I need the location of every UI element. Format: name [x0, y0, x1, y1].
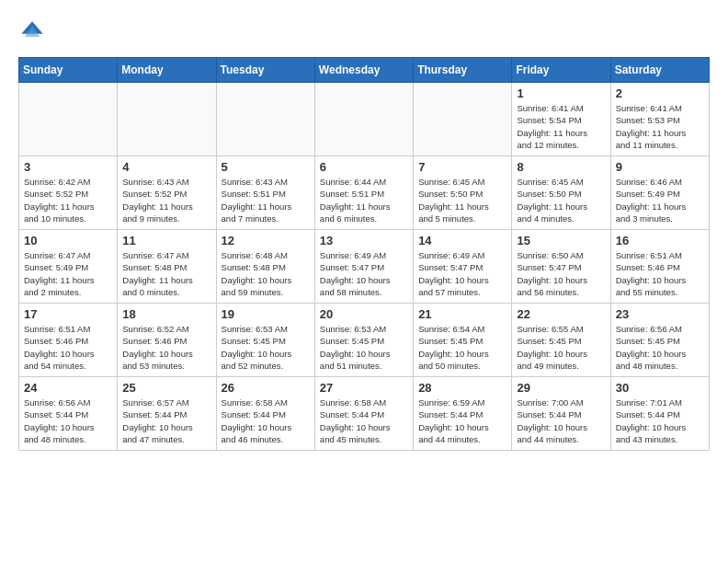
calendar-day-cell: 2Sunrise: 6:41 AM Sunset: 5:53 PM Daylig…	[610, 83, 709, 156]
calendar-day-cell: 16Sunrise: 6:51 AM Sunset: 5:46 PM Dayli…	[610, 230, 709, 304]
day-info: Sunrise: 6:53 AM Sunset: 5:45 PM Dayligh…	[222, 323, 310, 372]
weekday-header: Saturday	[610, 58, 709, 83]
day-info: Sunrise: 6:44 AM Sunset: 5:51 PM Dayligh…	[320, 176, 408, 224]
calendar-day-cell: 25Sunrise: 6:57 AM Sunset: 5:44 PM Dayli…	[118, 377, 216, 451]
day-info: Sunrise: 6:47 AM Sunset: 5:49 PM Dayligh…	[24, 249, 112, 298]
calendar-day-cell	[216, 83, 314, 156]
header	[18, 18, 710, 46]
day-number: 12	[222, 234, 310, 247]
day-number: 8	[517, 160, 605, 174]
weekday-header: Friday	[512, 58, 610, 83]
day-number: 4	[122, 160, 210, 174]
day-number: 1	[517, 86, 605, 100]
day-number: 28	[418, 381, 506, 395]
calendar-day-cell: 4Sunrise: 6:43 AM Sunset: 5:52 PM Daylig…	[118, 156, 216, 230]
day-info: Sunrise: 6:43 AM Sunset: 5:52 PM Dayligh…	[122, 176, 210, 224]
day-number: 18	[122, 307, 210, 321]
page: SundayMondayTuesdayWednesdayThursdayFrid…	[0, 0, 728, 460]
day-info: Sunrise: 6:47 AM Sunset: 5:48 PM Dayligh…	[122, 249, 210, 298]
calendar-day-cell: 30Sunrise: 7:01 AM Sunset: 5:44 PM Dayli…	[610, 377, 709, 451]
day-info: Sunrise: 6:49 AM Sunset: 5:47 PM Dayligh…	[320, 249, 408, 298]
day-number: 5	[222, 160, 310, 174]
day-info: Sunrise: 6:45 AM Sunset: 5:50 PM Dayligh…	[517, 176, 605, 224]
calendar-day-cell	[414, 83, 512, 156]
day-info: Sunrise: 6:50 AM Sunset: 5:47 PM Dayligh…	[517, 249, 605, 298]
day-info: Sunrise: 6:41 AM Sunset: 5:53 PM Dayligh…	[616, 102, 704, 151]
calendar-day-cell	[19, 83, 118, 156]
day-info: Sunrise: 6:45 AM Sunset: 5:50 PM Dayligh…	[418, 176, 506, 224]
calendar-day-cell: 23Sunrise: 6:56 AM Sunset: 5:45 PM Dayli…	[610, 304, 709, 377]
calendar-day-cell: 26Sunrise: 6:58 AM Sunset: 5:44 PM Dayli…	[216, 377, 314, 451]
calendar-day-cell: 20Sunrise: 6:53 AM Sunset: 5:45 PM Dayli…	[314, 304, 413, 377]
weekday-header: Thursday	[414, 58, 512, 83]
day-number: 26	[222, 381, 310, 395]
calendar-day-cell: 19Sunrise: 6:53 AM Sunset: 5:45 PM Dayli…	[216, 304, 314, 377]
calendar-day-cell: 21Sunrise: 6:54 AM Sunset: 5:45 PM Dayli…	[414, 304, 512, 377]
day-info: Sunrise: 6:58 AM Sunset: 5:44 PM Dayligh…	[320, 396, 408, 445]
weekday-header: Sunday	[19, 58, 118, 83]
calendar-day-cell: 7Sunrise: 6:45 AM Sunset: 5:50 PM Daylig…	[414, 156, 512, 230]
day-number: 2	[616, 86, 704, 100]
calendar-week-row: 10Sunrise: 6:47 AM Sunset: 5:49 PM Dayli…	[19, 230, 710, 304]
calendar-day-cell: 27Sunrise: 6:58 AM Sunset: 5:44 PM Dayli…	[314, 377, 413, 451]
calendar-day-cell: 6Sunrise: 6:44 AM Sunset: 5:51 PM Daylig…	[314, 156, 413, 230]
calendar-day-cell: 5Sunrise: 6:43 AM Sunset: 5:51 PM Daylig…	[216, 156, 314, 230]
day-number: 3	[24, 160, 112, 174]
calendar-day-cell: 28Sunrise: 6:59 AM Sunset: 5:44 PM Dayli…	[414, 377, 512, 451]
day-number: 11	[122, 234, 210, 247]
day-info: Sunrise: 6:52 AM Sunset: 5:46 PM Dayligh…	[122, 323, 210, 372]
calendar-day-cell: 17Sunrise: 6:51 AM Sunset: 5:46 PM Dayli…	[19, 304, 118, 377]
logo	[18, 18, 50, 46]
calendar-day-cell: 10Sunrise: 6:47 AM Sunset: 5:49 PM Dayli…	[19, 230, 118, 304]
day-info: Sunrise: 6:51 AM Sunset: 5:46 PM Dayligh…	[24, 323, 112, 372]
calendar-day-cell	[314, 83, 413, 156]
day-info: Sunrise: 6:56 AM Sunset: 5:45 PM Dayligh…	[616, 323, 704, 372]
calendar-day-cell	[118, 83, 216, 156]
day-number: 15	[517, 234, 605, 247]
day-number: 14	[418, 234, 506, 247]
calendar-day-cell: 13Sunrise: 6:49 AM Sunset: 5:47 PM Dayli…	[314, 230, 413, 304]
day-number: 21	[418, 307, 506, 321]
day-info: Sunrise: 6:54 AM Sunset: 5:45 PM Dayligh…	[418, 323, 506, 372]
day-number: 20	[320, 307, 408, 321]
day-info: Sunrise: 6:49 AM Sunset: 5:47 PM Dayligh…	[418, 249, 506, 298]
day-number: 6	[320, 160, 408, 174]
day-info: Sunrise: 6:53 AM Sunset: 5:45 PM Dayligh…	[320, 323, 408, 372]
day-info: Sunrise: 6:51 AM Sunset: 5:46 PM Dayligh…	[616, 249, 704, 298]
day-number: 10	[24, 234, 112, 247]
day-number: 19	[222, 307, 310, 321]
calendar-day-cell: 24Sunrise: 6:56 AM Sunset: 5:44 PM Dayli…	[19, 377, 118, 451]
calendar-day-cell: 8Sunrise: 6:45 AM Sunset: 5:50 PM Daylig…	[512, 156, 610, 230]
calendar-day-cell: 22Sunrise: 6:55 AM Sunset: 5:45 PM Dayli…	[512, 304, 610, 377]
day-number: 13	[320, 234, 408, 247]
calendar-day-cell: 15Sunrise: 6:50 AM Sunset: 5:47 PM Dayli…	[512, 230, 610, 304]
day-number: 23	[616, 307, 704, 321]
day-number: 9	[616, 160, 704, 174]
calendar-day-cell: 12Sunrise: 6:48 AM Sunset: 5:48 PM Dayli…	[216, 230, 314, 304]
calendar-day-cell: 29Sunrise: 7:00 AM Sunset: 5:44 PM Dayli…	[512, 377, 610, 451]
day-number: 25	[122, 381, 210, 395]
weekday-header: Wednesday	[314, 58, 413, 83]
calendar-day-cell: 14Sunrise: 6:49 AM Sunset: 5:47 PM Dayli…	[414, 230, 512, 304]
calendar-day-cell: 11Sunrise: 6:47 AM Sunset: 5:48 PM Dayli…	[118, 230, 216, 304]
day-info: Sunrise: 6:58 AM Sunset: 5:44 PM Dayligh…	[222, 396, 310, 445]
day-number: 22	[517, 307, 605, 321]
calendar-week-row: 17Sunrise: 6:51 AM Sunset: 5:46 PM Dayli…	[19, 304, 710, 377]
weekday-header: Tuesday	[216, 58, 314, 83]
day-number: 16	[616, 234, 704, 247]
day-number: 24	[24, 381, 112, 395]
calendar-week-row: 1Sunrise: 6:41 AM Sunset: 5:54 PM Daylig…	[19, 83, 710, 156]
calendar-header-row: SundayMondayTuesdayWednesdayThursdayFrid…	[19, 58, 710, 83]
calendar-day-cell: 18Sunrise: 6:52 AM Sunset: 5:46 PM Dayli…	[118, 304, 216, 377]
calendar-day-cell: 1Sunrise: 6:41 AM Sunset: 5:54 PM Daylig…	[512, 83, 610, 156]
day-number: 7	[418, 160, 506, 174]
logo-icon	[18, 18, 46, 46]
weekday-header: Monday	[118, 58, 216, 83]
day-info: Sunrise: 6:42 AM Sunset: 5:52 PM Dayligh…	[24, 176, 112, 224]
day-info: Sunrise: 6:48 AM Sunset: 5:48 PM Dayligh…	[222, 249, 310, 298]
day-info: Sunrise: 6:43 AM Sunset: 5:51 PM Dayligh…	[222, 176, 310, 224]
calendar-day-cell: 3Sunrise: 6:42 AM Sunset: 5:52 PM Daylig…	[19, 156, 118, 230]
day-info: Sunrise: 6:46 AM Sunset: 5:49 PM Dayligh…	[616, 176, 704, 224]
day-info: Sunrise: 6:41 AM Sunset: 5:54 PM Dayligh…	[517, 102, 605, 151]
calendar-day-cell: 9Sunrise: 6:46 AM Sunset: 5:49 PM Daylig…	[610, 156, 709, 230]
